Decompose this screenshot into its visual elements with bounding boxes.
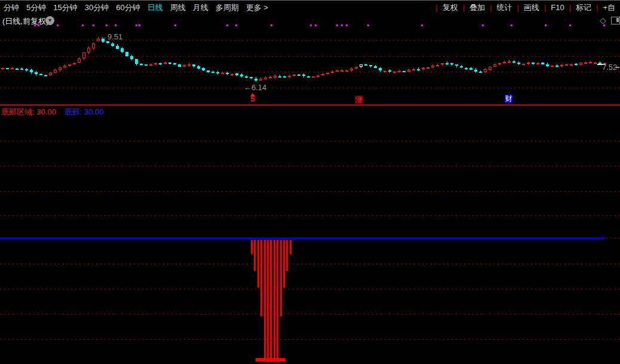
candle-body (383, 71, 386, 72)
period-tab[interactable]: 日线 (144, 1, 167, 14)
period-tab[interactable]: 周线 (167, 1, 189, 14)
candle-body (489, 67, 492, 70)
candle-body (536, 63, 539, 64)
event-dot (336, 24, 338, 26)
period-tab[interactable]: 15分钟 (50, 1, 81, 14)
candle-body (135, 59, 138, 64)
dotted-gridline (0, 40, 620, 41)
candle-body (388, 70, 391, 72)
event-dot (315, 24, 317, 26)
candle-body (493, 64, 496, 67)
candle-body (503, 62, 506, 63)
candle-body (369, 65, 372, 66)
candle-body (121, 48, 124, 52)
period-tab[interactable]: 多周期 (212, 1, 243, 14)
candle-body (589, 62, 592, 63)
candle-body (168, 63, 171, 64)
tool-button[interactable]: 标记 (571, 1, 596, 14)
signal-bar (264, 240, 266, 362)
period-tab[interactable]: 月线 (189, 1, 212, 14)
cai-event-marker[interactable]: 财 (505, 94, 512, 103)
tool-button[interactable]: 画线 (519, 1, 544, 14)
candle-body (226, 73, 229, 75)
candle-body (59, 67, 62, 70)
diamond-icon[interactable]: ◇ (600, 16, 606, 25)
indicator-legend: 底部区域: 30.00 底部: 30.00 (1, 107, 104, 118)
dotted-gridline (0, 314, 620, 314)
candle-body (192, 64, 195, 66)
signal-bar (251, 240, 253, 254)
period-tab[interactable]: 分钟 (0, 1, 23, 14)
candle-body (87, 48, 90, 53)
split-window-icon[interactable] (611, 17, 620, 24)
dotted-gridline (0, 289, 620, 289)
period-tab[interactable]: 60分钟 (112, 1, 143, 14)
candle-body (522, 64, 525, 65)
period-tab[interactable]: 更多 > (243, 1, 272, 14)
tool-button[interactable]: F10 (546, 1, 569, 14)
candle-body (111, 44, 114, 46)
candle-body (579, 63, 582, 65)
candle-body (44, 75, 47, 76)
candle-body (355, 67, 358, 69)
candle-body (350, 69, 353, 70)
tool-button[interactable]: +自 (598, 1, 620, 14)
dotted-gridline (0, 339, 620, 340)
candle-body (436, 65, 439, 66)
event-dot (346, 24, 348, 26)
event-dot (136, 24, 137, 26)
signal-bar (274, 240, 275, 362)
split-window-icon-fill (616, 18, 619, 22)
tool-buttons: |复权|叠加|统计|画线|F10|标记|+自 (435, 1, 620, 14)
candle-body (460, 66, 463, 68)
tool-button[interactable]: 复权 (438, 1, 463, 14)
period-tab[interactable]: 5分钟 (23, 1, 50, 14)
candle-body (541, 63, 544, 64)
candle-body (297, 75, 300, 76)
event-dot (482, 24, 484, 26)
candle-body (570, 64, 573, 66)
candle-body (584, 63, 587, 64)
indicator-panel[interactable]: 底部区域: 30.00 底部: 30.00 (0, 106, 620, 364)
event-dot (57, 24, 59, 26)
low-price-label: ←6.14 (244, 83, 266, 92)
main-chart-panel[interactable]: (日线,前复权) ▾ ◇ ←9.51 ←6.14 7.52 S 涨 财 (0, 14, 620, 105)
candle-body (326, 73, 329, 74)
candle-body (6, 68, 9, 69)
candle-body (11, 68, 14, 69)
candle-body (73, 63, 76, 64)
tool-button[interactable]: 统计 (492, 1, 517, 14)
candle-body (560, 65, 563, 66)
event-dot (341, 24, 343, 26)
signal-bar (260, 240, 262, 316)
candle-body (202, 68, 205, 70)
candle-body (565, 64, 568, 66)
event-dot (226, 24, 228, 26)
candle-body (307, 76, 310, 78)
zhang-event-marker[interactable]: 涨 (355, 95, 363, 104)
candle-body (221, 73, 224, 74)
candle-body (68, 64, 71, 66)
tool-button[interactable]: 叠加 (465, 1, 490, 14)
event-dot (93, 24, 94, 26)
candle-body (20, 69, 23, 70)
candle-body (527, 63, 530, 64)
candle-body (125, 52, 128, 56)
chart-mode-label: (日线,前复权) (2, 16, 48, 27)
event-dot (139, 24, 140, 26)
indicator-name-1: 底部区域: 30.00 (1, 107, 56, 118)
event-dot (511, 24, 512, 26)
candle-body (250, 77, 253, 78)
candle-body (39, 74, 42, 75)
candle-body (30, 70, 33, 72)
event-dot (271, 24, 272, 26)
signal-bar (286, 240, 288, 271)
chevron-down-icon[interactable]: ▾ (45, 16, 54, 25)
period-tab[interactable]: 30分钟 (81, 1, 112, 14)
candle-body (288, 76, 291, 78)
candle-body (532, 63, 535, 64)
candle-body (374, 66, 377, 67)
candle-body (364, 64, 367, 66)
candle-body (63, 66, 66, 67)
candle-body (49, 73, 52, 75)
